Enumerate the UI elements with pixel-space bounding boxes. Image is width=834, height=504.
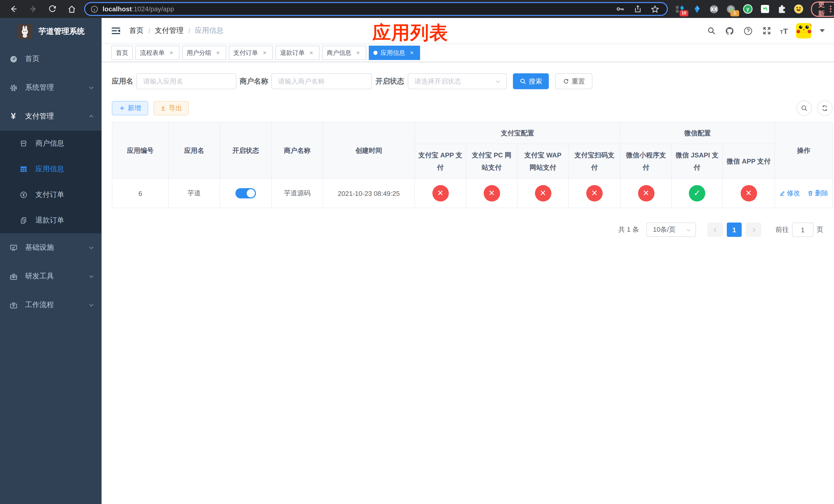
sidebar-fold-icon[interactable] bbox=[111, 26, 120, 36]
forward-icon[interactable] bbox=[26, 2, 40, 16]
close-icon[interactable] bbox=[408, 49, 415, 56]
status-select[interactable]: 请选择开启状态 bbox=[408, 73, 507, 89]
font-size-icon[interactable]: TT bbox=[780, 26, 788, 35]
page-size-select[interactable]: 10条/页 bbox=[646, 223, 696, 237]
goto-page-input[interactable] bbox=[792, 223, 813, 237]
close-icon[interactable] bbox=[308, 49, 315, 56]
prev-page-button[interactable] bbox=[707, 223, 723, 237]
col-actions: 操作 bbox=[775, 122, 833, 179]
col-wx-jsapi: 微信 JSAPI 支付 bbox=[672, 144, 722, 179]
sidebar-item-label: 研发工具 bbox=[25, 272, 88, 281]
sidebar-item-merchant-info[interactable]: 商户信息 bbox=[0, 131, 102, 156]
sidebar-item-infra[interactable]: 基础设施 bbox=[0, 233, 102, 262]
update-label: 更新 bbox=[818, 0, 825, 18]
export-button[interactable]: 导出 bbox=[153, 101, 189, 115]
ext-y-icon[interactable]: y bbox=[743, 4, 753, 14]
tag-merchant-info[interactable]: 商户信息 bbox=[322, 46, 366, 60]
reset-button[interactable]: 重置 bbox=[555, 73, 592, 89]
tag-process-form[interactable]: 流程表单 bbox=[135, 46, 179, 60]
search-icon[interactable] bbox=[706, 26, 716, 36]
yen-circle-icon bbox=[20, 191, 28, 199]
screen: localhost:1024/pay/app 10 bbox=[0, 0, 834, 504]
status-alipay-wap-icon bbox=[535, 185, 551, 202]
table-row: 6 芋道 芋道源码 2021-10-23 08:49:25 bbox=[112, 179, 833, 208]
close-icon[interactable] bbox=[168, 49, 175, 56]
ext-command-icon[interactable] bbox=[709, 4, 719, 14]
breadcrumb-home[interactable]: 首页 bbox=[129, 26, 144, 36]
browser-update-button[interactable]: 更新 bbox=[811, 1, 834, 17]
bookmark-star-icon[interactable] bbox=[650, 4, 660, 14]
cell-created-at: 2021-10-23 08:49:25 bbox=[323, 179, 415, 208]
total-count: 共 1 条 bbox=[618, 225, 639, 234]
browser-menu-icon[interactable] bbox=[830, 6, 831, 12]
status-wx-app-icon bbox=[740, 185, 757, 202]
sidebar-item-pay[interactable]: ¥ 支付管理 bbox=[0, 102, 102, 131]
search-form: 应用名 商户名称 开启状态 请选择开启状态 搜索 bbox=[112, 73, 834, 89]
extensions-row: 10 1 y bbox=[675, 4, 804, 14]
refresh-icon[interactable] bbox=[817, 100, 832, 116]
next-page-button[interactable] bbox=[746, 223, 761, 237]
sidebar-item-workflow[interactable]: 工作流程 bbox=[0, 291, 102, 319]
help-icon[interactable] bbox=[743, 26, 753, 36]
sidebar-item-system[interactable]: 系统管理 bbox=[0, 73, 102, 102]
tag-user-group[interactable]: 用户分组 bbox=[182, 46, 226, 60]
delete-link[interactable]: 删除 bbox=[807, 189, 828, 198]
col-alipay-app: 支付宝 APP 支付 bbox=[415, 144, 466, 179]
avatar[interactable] bbox=[796, 23, 811, 39]
col-app-name: 应用名 bbox=[169, 122, 220, 179]
tag-app-info[interactable]: 应用信息 bbox=[369, 46, 420, 60]
sidebar-item-refund-order[interactable]: 退款订单 bbox=[0, 208, 102, 233]
site-info-icon[interactable] bbox=[90, 5, 98, 13]
close-icon[interactable] bbox=[214, 49, 222, 56]
yen-icon: ¥ bbox=[9, 111, 18, 121]
fullscreen-icon[interactable] bbox=[762, 26, 772, 36]
ext-kite-icon[interactable] bbox=[692, 4, 702, 14]
home-icon[interactable] bbox=[65, 2, 79, 16]
password-key-icon[interactable] bbox=[615, 4, 625, 14]
close-icon[interactable] bbox=[354, 49, 361, 56]
back-icon[interactable] bbox=[6, 2, 21, 16]
ext-emoji-icon[interactable] bbox=[793, 4, 804, 14]
ext-puzzle-icon[interactable] bbox=[776, 4, 787, 14]
pagination: 共 1 条 10条/页 1 前往 bbox=[112, 223, 832, 237]
github-icon[interactable] bbox=[724, 26, 735, 36]
tag-refund-order[interactable]: 退款订单 bbox=[276, 46, 320, 60]
breadcrumb-pay[interactable]: 支付管理 bbox=[155, 26, 184, 36]
merchant-name-input[interactable] bbox=[271, 73, 372, 89]
status-alipay-pc-icon bbox=[483, 185, 500, 202]
ext-tabs-icon[interactable]: 10 bbox=[675, 4, 685, 14]
sidebar-item-app-info[interactable]: 应用信息 bbox=[0, 156, 102, 182]
edit-link[interactable]: 修改 bbox=[779, 189, 800, 198]
avatar-caret-icon[interactable] bbox=[820, 29, 825, 32]
col-app-id: 应用编号 bbox=[112, 122, 169, 179]
status-alipay-qr-icon bbox=[586, 185, 603, 202]
toggle-search-icon[interactable] bbox=[796, 100, 812, 116]
search-button[interactable]: 搜索 bbox=[513, 73, 549, 89]
app-name-input[interactable] bbox=[136, 73, 237, 89]
sidebar-item-home[interactable]: 首页 bbox=[0, 45, 102, 73]
sidebar-item-label: 工作流程 bbox=[25, 300, 88, 310]
tag-pay-order[interactable]: 支付订单 bbox=[229, 46, 273, 60]
sidebar-item-label: 商户信息 bbox=[36, 139, 64, 148]
reload-icon[interactable] bbox=[45, 2, 60, 16]
tag-home[interactable]: 首页 bbox=[111, 46, 133, 60]
sidebar-logo[interactable]: 芋道管理系统 bbox=[0, 18, 102, 45]
sidebar-item-dev-tools[interactable]: 研发工具 bbox=[0, 262, 102, 291]
enabled-toggle[interactable] bbox=[236, 188, 256, 199]
close-icon[interactable] bbox=[261, 49, 268, 56]
ext-proxy-icon[interactable]: 1 bbox=[726, 4, 736, 14]
share-icon[interactable] bbox=[633, 5, 642, 13]
col-enabled: 开启状态 bbox=[220, 122, 271, 179]
tags-view-bar: 首页 流程表单 用户分组 支付订单 退款订单 商户信息 应用信息 bbox=[102, 44, 834, 62]
top-navbar: 首页 / 支付管理 / 应用信息 应用列表 bbox=[102, 18, 834, 44]
url-text[interactable]: localhost:1024/pay/app bbox=[103, 5, 615, 13]
monitor-icon bbox=[9, 243, 18, 252]
col-wx-mini: 微信小程序支付 bbox=[620, 144, 672, 179]
page-number-button[interactable]: 1 bbox=[727, 223, 742, 237]
ext-chat-icon[interactable] bbox=[760, 4, 770, 14]
col-created: 创建时间 bbox=[323, 122, 415, 179]
chevron-down-icon bbox=[686, 227, 692, 232]
address-bar[interactable]: localhost:1024/pay/app bbox=[84, 2, 668, 16]
add-button[interactable]: 新增 bbox=[112, 101, 148, 115]
sidebar-item-pay-order[interactable]: 支付订单 bbox=[0, 182, 102, 208]
